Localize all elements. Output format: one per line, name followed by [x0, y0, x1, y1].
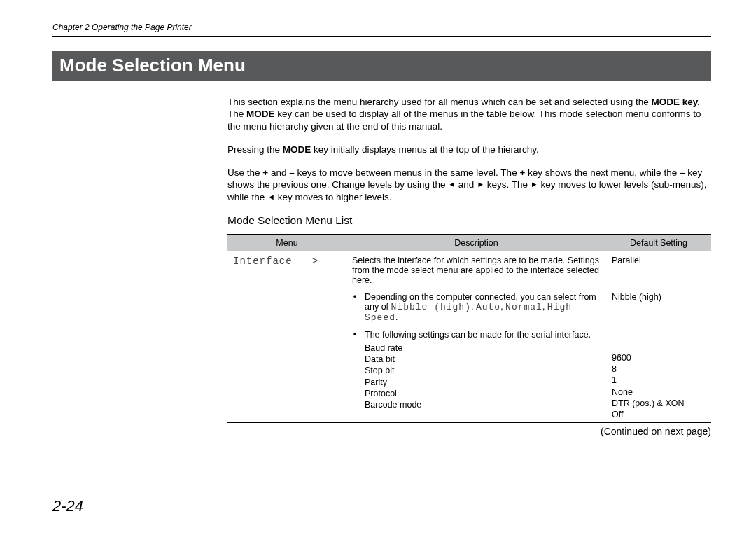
default-cell: Parallel [606, 251, 711, 286]
text: The [227, 109, 246, 119]
bullet-item: • The following settings can be made for… [352, 330, 601, 411]
desc-cell: Selects the interface for which settings… [346, 251, 606, 286]
th-description: Description [346, 235, 606, 251]
text: and [268, 167, 289, 178]
mono-text: Auto [476, 302, 500, 312]
text: , [542, 302, 547, 312]
text: and [456, 179, 477, 190]
menu-label-interface: Interface > [233, 256, 318, 267]
bullet-icon: • [352, 330, 358, 411]
serial-item: Barcode mode [365, 399, 591, 410]
serial-item: Protocol [365, 388, 591, 399]
intro-p2: Pressing the MODE key initially displays… [227, 144, 711, 155]
text: , [471, 302, 476, 312]
right-arrow-icon: ► [531, 180, 538, 188]
mode-selection-table: Menu Description Default Setting Interfa… [227, 234, 711, 424]
bold: + [262, 167, 268, 178]
default-value: Off [612, 409, 706, 420]
default-cell: Nibble (high) [606, 286, 711, 324]
th-default: Default Setting [606, 235, 711, 251]
left-arrow-icon: ◄ [448, 180, 456, 188]
text: key moves to higher levels. [275, 192, 392, 202]
default-value: 9600 [612, 352, 706, 363]
bullet-item: • Depending on the computer connected, y… [352, 292, 601, 323]
page-title: Mode Selection Menu [52, 51, 711, 81]
right-arrow-icon: ► [477, 180, 484, 188]
default-value: DTR (pos.) & XON [612, 398, 706, 409]
intro-paragraphs: This section explains the menu hierarchy… [227, 96, 711, 203]
bullet-icon: • [352, 292, 358, 323]
chapter-header: Chapter 2 Operating the Page Printer [52, 22, 711, 32]
default-value: None [612, 387, 706, 398]
default-value: 8 [612, 363, 706, 375]
bold: MODE key. [652, 97, 701, 107]
left-arrow-icon: ◄ [267, 193, 275, 201]
text: . [396, 312, 398, 322]
text: key initially displays menus at the top … [311, 144, 538, 155]
mono-text: Normal [505, 302, 542, 312]
serial-intro: The following settings can be made for t… [365, 330, 591, 340]
table-row: • Depending on the computer connected, y… [227, 286, 711, 324]
bold: – [289, 167, 295, 178]
continued-note: (Continued on next page) [227, 426, 711, 437]
table-row: • The following settings can be made for… [227, 324, 711, 423]
bold: MODE [283, 144, 312, 155]
page-number: 2-24 [52, 497, 83, 515]
serial-item: Data bit [365, 354, 591, 365]
intro-p3: Use the + and – keys to move between men… [227, 167, 711, 203]
mono-text: Nibble (high) [391, 302, 471, 312]
text: keys to move between menus in the same l… [295, 167, 520, 178]
serial-item: Parity [365, 377, 591, 388]
text: Pressing the [227, 144, 283, 155]
default-value: 1 [612, 375, 706, 386]
table-subheading: Mode Selection Menu List [227, 214, 711, 227]
text: This section explains the menu hierarchy… [227, 97, 652, 107]
text: Use the [227, 167, 262, 178]
bold: MODE [246, 109, 275, 119]
intro-p1: This section explains the menu hierarchy… [227, 96, 711, 132]
top-rule [52, 36, 711, 37]
serial-item: Stop bit [365, 365, 591, 376]
text: keys. The [484, 179, 531, 190]
text: key can be used to display all of the me… [227, 109, 701, 131]
serial-item: Baud rate [365, 342, 591, 354]
table-row: Interface > Selects the interface for wh… [227, 251, 711, 286]
text: key shows the next menu, while the [525, 167, 680, 178]
th-menu: Menu [227, 235, 346, 251]
